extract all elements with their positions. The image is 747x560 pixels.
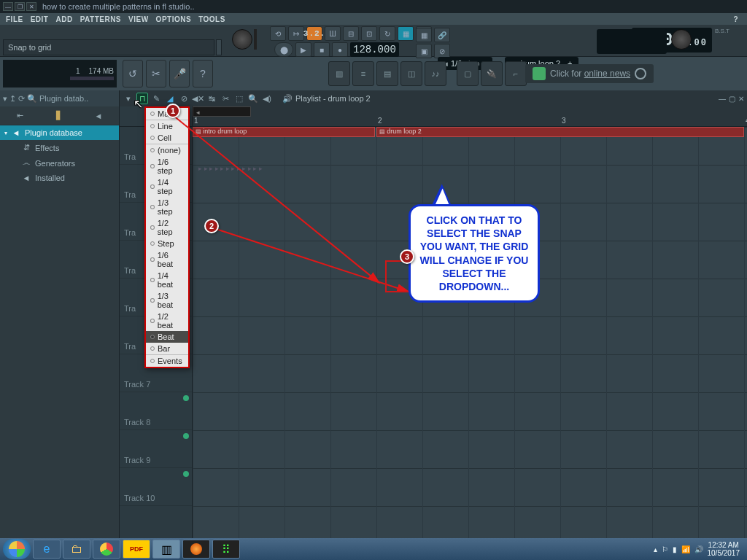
snap-option-step[interactable]: Step bbox=[146, 238, 188, 249]
menu-patterns[interactable]: PATTERNS bbox=[77, 15, 124, 23]
close-button[interactable]: ✕ bbox=[26, 2, 36, 11]
playlist-grid[interactable]: ◂ 1234 ▤ intro drum loop▤ drum loop 2 ▸ … bbox=[193, 106, 747, 538]
system-tray[interactable]: ▴ ⚐ ▮ 📶 🔊 12:32 AM 10/5/2017 bbox=[654, 541, 745, 557]
hint-collapse[interactable] bbox=[216, 39, 222, 55]
one-click-rec-button[interactable]: 🎤 bbox=[169, 60, 190, 88]
snap-option-bar[interactable]: Bar bbox=[146, 343, 188, 354]
metronome-button[interactable]: Ш bbox=[325, 26, 341, 41]
play-button[interactable]: ▶ bbox=[295, 42, 311, 57]
taskbar-flstudio-icon[interactable] bbox=[182, 540, 210, 559]
close-all-button[interactable]: ▢ bbox=[457, 61, 479, 86]
menu-tools[interactable]: TOOLS bbox=[196, 15, 228, 23]
snap-option-1-2-step[interactable]: 1/2 step bbox=[146, 217, 188, 238]
playlist-close[interactable]: ✕ bbox=[738, 95, 744, 103]
wait-button[interactable]: ⊟ bbox=[343, 26, 359, 41]
stop-button[interactable]: ■ bbox=[314, 42, 330, 57]
snap-option-events[interactable]: Events bbox=[146, 354, 188, 367]
stepseq-button[interactable]: ≡ bbox=[352, 61, 374, 86]
refresh-icon[interactable]: ⟳ bbox=[18, 94, 25, 104]
menu-view[interactable]: VIEW bbox=[125, 15, 152, 23]
snap-option-1-2-beat[interactable]: 1/2 beat bbox=[146, 311, 188, 331]
snap-option--none-[interactable]: (none) bbox=[146, 144, 188, 156]
delete-tool[interactable]: ⊘ bbox=[178, 93, 190, 104]
tray-flag-icon[interactable]: ⚐ bbox=[662, 545, 668, 553]
taskbar-app-icon[interactable]: ⠿ bbox=[212, 540, 240, 559]
link-button[interactable]: 🔗 bbox=[434, 28, 450, 42]
search-icon[interactable]: 🔍 bbox=[27, 94, 37, 104]
folder-icon[interactable]: ▋ bbox=[56, 111, 62, 120]
track-header[interactable]: Track 8 bbox=[120, 392, 192, 430]
tray-battery-icon[interactable]: ▮ bbox=[673, 545, 677, 553]
menu-help[interactable]: ? bbox=[730, 15, 741, 23]
snap-option-1-4-step[interactable]: 1/4 step bbox=[146, 176, 188, 197]
sidebar-item-effects[interactable]: ▾⇵Effects bbox=[0, 140, 119, 155]
tempo-display[interactable]: 128.000 bbox=[350, 42, 399, 57]
tray-volume-icon[interactable]: 🔊 bbox=[694, 545, 703, 553]
pat-mode-button[interactable]: ⟲ bbox=[270, 26, 286, 41]
playlist-button[interactable]: ▥ bbox=[328, 61, 350, 86]
monitor-volume-knob[interactable] bbox=[671, 29, 692, 50]
playlist-clip[interactable]: ▤ intro drum loop bbox=[193, 127, 375, 137]
tray-clock[interactable]: 12:32 AM 10/5/2017 bbox=[708, 541, 740, 557]
master-volume-knob[interactable] bbox=[232, 29, 252, 50]
record-button[interactable]: ● bbox=[332, 42, 348, 57]
start-button[interactable] bbox=[3, 539, 31, 559]
pattern-picker[interactable]: ◂ bbox=[193, 106, 251, 117]
song-mode-button[interactable]: ↦ bbox=[288, 26, 304, 41]
browser-button[interactable]: ◫ bbox=[400, 61, 422, 86]
browser-header[interactable]: ▾ ↥ ⟳ 🔍 Plugin datab.. bbox=[0, 90, 119, 106]
playback-tool[interactable]: ◀) bbox=[261, 93, 273, 104]
snap-option-1-6-step[interactable]: 1/6 step bbox=[146, 156, 188, 176]
tray-chevron-icon[interactable]: ▴ bbox=[654, 545, 657, 553]
collapse-icon[interactable]: ⇤ bbox=[17, 111, 23, 120]
sidebar-item-plugin-database[interactable]: ▾◄Plugin database bbox=[0, 125, 119, 140]
taskbar-chrome-icon[interactable] bbox=[93, 540, 120, 559]
track-header[interactable]: Track 9 bbox=[120, 430, 192, 468]
cut-button[interactable]: ✂ bbox=[146, 60, 166, 88]
plugin-button[interactable]: 🔌 bbox=[481, 61, 503, 86]
taskbar-pdf-icon[interactable]: PDF bbox=[123, 540, 150, 559]
restore-button[interactable]: ❐ bbox=[15, 2, 25, 11]
arrow-up-icon[interactable]: ↥ bbox=[9, 94, 16, 104]
playlist-clip[interactable]: ▤ drum loop 2 bbox=[376, 127, 744, 137]
taskbar-explorer-icon[interactable]: 🗀 bbox=[63, 540, 90, 559]
track-header[interactable]: Track 10 bbox=[120, 468, 192, 506]
pattern-song-toggle[interactable]: ⬤ bbox=[274, 42, 293, 57]
taskbar-ie-icon[interactable]: e bbox=[33, 540, 61, 559]
snap-option-1-6-beat[interactable]: 1/6 beat bbox=[146, 249, 188, 270]
slip-tool[interactable]: ↹ bbox=[206, 93, 217, 104]
multilink-button[interactable]: ⊘ bbox=[434, 44, 450, 58]
playlist-maximize[interactable]: ▢ bbox=[729, 95, 735, 103]
playlist-minimize[interactable]: — bbox=[719, 95, 726, 103]
mute-tool[interactable]: ◀✕ bbox=[192, 93, 204, 104]
timeline-ruler[interactable]: ◂ 1234 bbox=[193, 106, 747, 127]
pianoroll-button[interactable]: ▤ bbox=[376, 61, 398, 86]
tray-network-icon[interactable]: 📶 bbox=[681, 545, 690, 553]
select-tool[interactable]: ⬚ bbox=[233, 93, 245, 104]
snap-option-cell[interactable]: Cell bbox=[146, 132, 188, 144]
snap-menu[interactable]: MainLineCell(none)1/6 step1/4 step1/3 st… bbox=[144, 106, 190, 368]
snap-option-line[interactable]: Line bbox=[146, 120, 188, 132]
snap-option-beat[interactable]: Beat bbox=[146, 331, 188, 343]
live-mode-button[interactable]: ▣ bbox=[416, 44, 432, 58]
mixer-button[interactable]: ♪♪ bbox=[425, 61, 446, 86]
sidebar-item-generators[interactable]: ▾෴Generators bbox=[0, 155, 119, 171]
snap-option-1-3-step[interactable]: 1/3 step bbox=[146, 197, 188, 217]
help-button[interactable]: ? bbox=[193, 60, 213, 88]
speaker-icon[interactable]: ◄ bbox=[95, 112, 103, 120]
playlist-menu-icon[interactable]: ▾ bbox=[123, 93, 134, 104]
paint-tool[interactable]: ◢ bbox=[164, 93, 176, 104]
sidebar-item-installed[interactable]: ▾◄Installed bbox=[0, 171, 119, 185]
menu-options[interactable]: OPTIONS bbox=[153, 15, 195, 23]
master-pitch-slider[interactable] bbox=[254, 29, 257, 50]
countdown-button[interactable]: ⊡ bbox=[361, 26, 377, 41]
online-news-link[interactable]: Click for online news bbox=[525, 64, 654, 83]
cpu-memory-panel[interactable]: 1174 MB bbox=[3, 60, 117, 88]
typing-kbd-button[interactable]: ▦ bbox=[416, 28, 432, 42]
slice-tool[interactable]: ✂ bbox=[220, 93, 231, 104]
undo-button[interactable]: ↺ bbox=[123, 60, 143, 88]
menu-edit[interactable]: EDIT bbox=[28, 15, 52, 23]
taskbar-notes-icon[interactable]: ▥ bbox=[152, 540, 180, 559]
minimize-button[interactable]: — bbox=[3, 2, 13, 11]
overdub-button[interactable]: ↻ bbox=[379, 26, 395, 41]
